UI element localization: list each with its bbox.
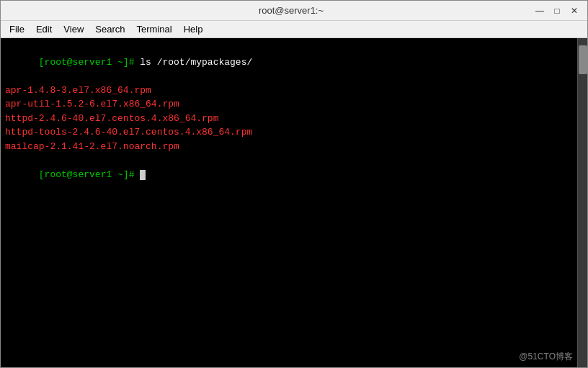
menu-bar: File Edit View Search Terminal Help [1, 21, 587, 38]
terminal-line-2: apr-1.4.8-3.el7.x86_64.rpm [5, 84, 583, 98]
terminal-cursor [140, 170, 146, 180]
scrollbar-thumb[interactable] [579, 45, 587, 74]
scrollbar[interactable] [577, 38, 587, 367]
cmd-1: ls /root/mypackages/ [140, 57, 252, 68]
terminal-window: root@server1:~ — □ ✕ File Edit View Sear… [0, 0, 588, 368]
menu-terminal[interactable]: Terminal [131, 22, 178, 36]
menu-view[interactable]: View [58, 22, 89, 36]
menu-edit[interactable]: Edit [30, 22, 58, 36]
maximize-button[interactable]: □ [550, 4, 564, 18]
terminal-body[interactable]: [root@server1 ~]# ls /root/mypackages/ a… [1, 38, 587, 367]
window-controls: — □ ✕ [533, 4, 582, 18]
menu-search[interactable]: Search [89, 22, 130, 36]
terminal-line-6: mailcap-2.1.41-2.el7.noarch.rpm [5, 140, 583, 154]
terminal-line-5: httpd-tools-2.4.6-40.el7.centos.4.x86_64… [5, 125, 583, 140]
terminal-line-1: [root@server1 ~]# ls /root/mypackages/ [5, 41, 583, 84]
prompt-1: [root@server1 ~]# [39, 57, 140, 68]
terminal-line-4: httpd-2.4.6-40.el7.centos.4.x86_64.rpm [5, 112, 583, 126]
title-bar: root@server1:~ — □ ✕ [1, 1, 587, 21]
terminal-line-3: apr-util-1.5.2-6.el7.x86_64.rpm [5, 97, 583, 112]
menu-help[interactable]: Help [178, 22, 209, 36]
menu-file[interactable]: File [4, 22, 30, 36]
prompt-2: [root@server1 ~]# [39, 169, 140, 180]
window-title: root@server1:~ [50, 5, 533, 16]
watermark: @51CTO博客 [519, 351, 573, 363]
minimize-button[interactable]: — [533, 4, 547, 18]
terminal-line-7: [root@server1 ~]# [5, 153, 583, 196]
close-button[interactable]: ✕ [567, 4, 582, 18]
